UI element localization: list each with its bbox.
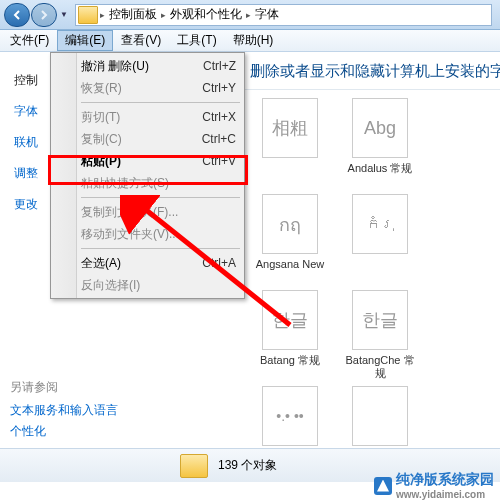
menu-separator [81, 102, 240, 103]
back-button[interactable] [4, 3, 30, 27]
menu-redo[interactable]: 恢复(R)Ctrl+Y [53, 77, 242, 99]
watermark-brand: 纯净版系统家园 [396, 471, 494, 489]
menu-help[interactable]: 帮助(H) [225, 30, 282, 51]
menu-invert-selection[interactable]: 反向选择(I) [53, 274, 242, 296]
font-item[interactable]: កំរុ [340, 194, 420, 284]
font-item[interactable]: กฤAngsana New [250, 194, 330, 284]
font-item[interactable]: 한글BatangChe 常规 [340, 290, 420, 380]
watermark-logo-icon [374, 477, 392, 495]
breadcrumb-seg1[interactable]: 控制面板 [105, 6, 161, 23]
watermark-url: www.yidaimei.com [396, 489, 494, 500]
font-item[interactable]: 한글Batang 常规 [250, 290, 330, 380]
menu-cut[interactable]: 剪切(T)Ctrl+X [53, 106, 242, 128]
menu-copy[interactable]: 复制(C)Ctrl+C [53, 128, 242, 150]
link-text-services[interactable]: 文本服务和输入语言 [10, 402, 118, 419]
sidebar-item[interactable]: 更改 [14, 196, 46, 213]
menu-bar: 文件(F) 编辑(E) 查看(V) 工具(T) 帮助(H) [0, 30, 500, 52]
menu-paste[interactable]: 粘贴(P)Ctrl+V [53, 150, 242, 172]
nav-buttons [4, 3, 57, 27]
forward-button[interactable] [31, 3, 57, 27]
breadcrumb-seg3[interactable]: 字体 [251, 6, 283, 23]
folder-icon [78, 6, 98, 24]
breadcrumb-seg2[interactable]: 外观和个性化 [166, 6, 246, 23]
menu-undo[interactable]: 撤消 删除(U)Ctrl+Z [53, 55, 242, 77]
font-item[interactable]: 相粗 [250, 98, 330, 188]
sidebar-item[interactable]: 调整 [14, 165, 46, 182]
history-dropdown-icon[interactable]: ▼ [57, 3, 71, 27]
status-count: 139 个对象 [218, 457, 277, 474]
watermark: 纯净版系统家园 www.yidaimei.com [374, 471, 494, 500]
folder-icon [180, 454, 208, 478]
menu-copy-to[interactable]: 复制到文件夹(F)... [53, 201, 242, 223]
menu-file[interactable]: 文件(F) [2, 30, 57, 51]
font-item[interactable]: AbgAndalus 常规 [340, 98, 420, 188]
address-bar[interactable]: ▸ 控制面板 ▸ 外观和个性化 ▸ 字体 [75, 4, 492, 26]
sidebar-item[interactable]: 字体 [14, 103, 46, 120]
sidebar-item[interactable]: 联机 [14, 134, 46, 151]
sidebar-item[interactable]: 控制 [14, 72, 46, 89]
menu-paste-shortcut[interactable]: 粘贴快捷方式(S) [53, 172, 242, 194]
menu-separator [81, 197, 240, 198]
link-personalization[interactable]: 个性化 [10, 423, 118, 440]
menu-edit[interactable]: 编辑(E) [57, 30, 113, 51]
see-also: 另请参阅 文本服务和输入语言 个性化 [10, 379, 118, 444]
title-bar: ▼ ▸ 控制面板 ▸ 外观和个性化 ▸ 字体 [0, 0, 500, 30]
menu-separator [81, 248, 240, 249]
menu-view[interactable]: 查看(V) [113, 30, 169, 51]
menu-select-all[interactable]: 全选(A)Ctrl+A [53, 252, 242, 274]
menu-move-to[interactable]: 移动到文件夹(V)... [53, 223, 242, 245]
menu-tools[interactable]: 工具(T) [169, 30, 224, 51]
see-also-header: 另请参阅 [10, 379, 118, 396]
edit-menu-dropdown: 撤消 删除(U)Ctrl+Z 恢复(R)Ctrl+Y 剪切(T)Ctrl+X 复… [50, 52, 245, 299]
